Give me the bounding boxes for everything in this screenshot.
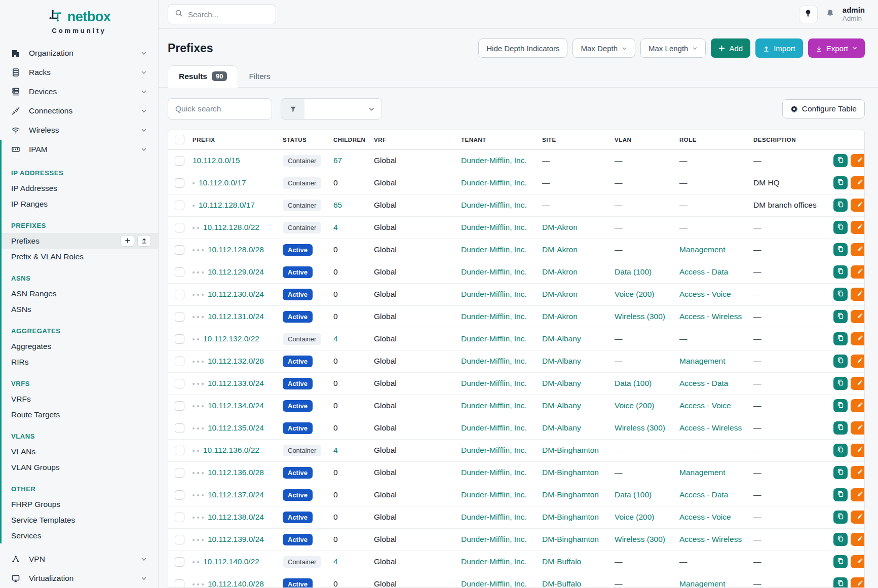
edit-button[interactable] <box>851 511 865 524</box>
sidebar-item-asns[interactable]: ASNs <box>0 301 158 317</box>
row-checkbox[interactable] <box>175 334 184 344</box>
prefix-link[interactable]: 10.112.129.0/24 <box>208 267 264 276</box>
hide-depth-indicators-button[interactable]: Hide Depth Indicators <box>478 38 567 58</box>
tenant-link[interactable]: Dunder-Mifflin, Inc. <box>461 267 527 276</box>
column-header-status[interactable]: STATUS <box>278 130 328 149</box>
sidebar-item-fhrp-groups[interactable]: FHRP Groups <box>0 496 158 512</box>
sidebar-item-wireless[interactable]: Wireless <box>0 121 158 140</box>
sidebar-item-vlans[interactable]: VLANs <box>0 444 158 459</box>
prefix-link[interactable]: 10.112.132.0/28 <box>208 357 264 365</box>
prefix-link[interactable]: 10.112.136.0/28 <box>208 468 264 477</box>
sidebar-item-service-templates[interactable]: Service Templates <box>0 512 158 528</box>
edit-button[interactable] <box>851 377 865 390</box>
copy-button[interactable] <box>833 466 848 479</box>
children-count-link[interactable]: 65 <box>333 201 342 209</box>
vlan-link[interactable]: Wireless (300) <box>615 535 665 543</box>
search-input[interactable] <box>188 10 259 19</box>
prefix-link[interactable]: 10.112.135.0/24 <box>208 423 264 432</box>
sidebar-item-services[interactable]: Services <box>0 528 158 543</box>
row-checkbox[interactable] <box>175 401 184 411</box>
column-header-description[interactable]: DESCRIPTION <box>748 130 828 149</box>
add-prefix-button[interactable] <box>121 235 134 247</box>
tenant-link[interactable]: Dunder-Mifflin, Inc. <box>461 156 527 165</box>
tenant-link[interactable]: Dunder-Mifflin, Inc. <box>461 513 527 521</box>
column-header-prefix[interactable]: PREFIX <box>187 130 278 149</box>
tenant-link[interactable]: Dunder-Mifflin, Inc. <box>461 557 527 566</box>
children-count-link[interactable]: 4 <box>333 223 338 231</box>
tenant-link[interactable]: Dunder-Mifflin, Inc. <box>461 178 527 187</box>
tenant-link[interactable]: Dunder-Mifflin, Inc. <box>461 446 527 454</box>
role-link[interactable]: Management <box>679 579 725 588</box>
configure-table-button[interactable]: Configure Table <box>782 99 865 119</box>
tenant-link[interactable]: Dunder-Mifflin, Inc. <box>461 490 527 499</box>
children-count-link[interactable]: 4 <box>333 334 338 343</box>
vlan-link[interactable]: Wireless (300) <box>615 312 665 321</box>
edit-button[interactable] <box>851 332 865 345</box>
brand-logo[interactable]: netbox Community <box>0 0 158 38</box>
vlan-link[interactable]: Wireless (300) <box>615 423 665 432</box>
row-checkbox[interactable] <box>175 201 184 210</box>
tenant-link[interactable]: Dunder-Mifflin, Inc. <box>461 223 527 231</box>
saved-filter-select[interactable] <box>281 98 382 120</box>
site-link[interactable]: DM-Akron <box>542 267 578 276</box>
sidebar-item-ip-addresses[interactable]: IP Addresses <box>0 180 158 196</box>
copy-button[interactable] <box>833 332 848 345</box>
notifications-button[interactable] <box>825 9 835 20</box>
row-checkbox[interactable] <box>175 290 184 299</box>
edit-button[interactable] <box>851 444 865 457</box>
site-link[interactable]: DM-Akron <box>542 312 578 321</box>
sidebar-item-virtualization[interactable]: Virtualization <box>0 569 158 588</box>
role-link[interactable]: Access - Data <box>679 267 728 276</box>
role-link[interactable]: Access - Data <box>679 379 728 387</box>
copy-button[interactable] <box>833 399 848 412</box>
row-checkbox[interactable] <box>175 579 184 588</box>
global-search[interactable] <box>168 4 276 24</box>
sidebar-item-racks[interactable]: Racks <box>0 63 158 82</box>
vlan-link[interactable]: Voice (200) <box>615 290 654 298</box>
role-link[interactable]: Access - Voice <box>679 401 731 410</box>
prefix-link[interactable]: 10.112.128.0/28 <box>208 245 264 254</box>
sidebar-item-aggregates[interactable]: Aggregates <box>0 338 158 354</box>
copy-button[interactable] <box>833 355 848 368</box>
tenant-link[interactable]: Dunder-Mifflin, Inc. <box>461 357 527 365</box>
role-link[interactable]: Access - Data <box>679 490 728 499</box>
vlan-link[interactable]: Data (100) <box>615 267 652 276</box>
edit-button[interactable] <box>851 154 865 167</box>
tenant-link[interactable]: Dunder-Mifflin, Inc. <box>461 201 527 209</box>
prefix-link[interactable]: 10.112.0.0/17 <box>199 178 246 187</box>
max-depth-select[interactable]: Max Depth <box>572 38 635 58</box>
tab-results[interactable]: Results 90 <box>168 65 238 88</box>
copy-button[interactable] <box>833 377 848 390</box>
tenant-link[interactable]: Dunder-Mifflin, Inc. <box>461 379 527 387</box>
edit-button[interactable] <box>851 399 865 412</box>
copy-button[interactable] <box>833 577 848 588</box>
sidebar-item-vpn[interactable]: VPN <box>0 550 158 569</box>
role-link[interactable]: Access - Wireless <box>679 535 742 543</box>
role-link[interactable]: Access - Wireless <box>679 312 742 321</box>
prefix-link[interactable]: 10.112.140.0/22 <box>203 557 259 566</box>
vlan-link[interactable]: Voice (200) <box>615 401 654 410</box>
import-prefix-button[interactable] <box>137 235 151 247</box>
role-link[interactable]: Access - Wireless <box>679 423 742 432</box>
column-header-tenant[interactable]: TENANT <box>456 130 537 149</box>
import-button[interactable]: Import <box>755 38 803 58</box>
prefix-link[interactable]: 10.112.130.0/24 <box>208 290 264 298</box>
max-length-select[interactable]: Max Length <box>640 38 706 58</box>
prefix-link[interactable]: 10.112.140.0/28 <box>208 579 264 588</box>
row-checkbox[interactable] <box>175 379 184 388</box>
role-link[interactable]: Management <box>679 468 725 477</box>
column-header-role[interactable]: ROLE <box>674 130 748 149</box>
sidebar-item-ip-ranges[interactable]: IP Ranges <box>0 196 158 212</box>
prefix-link[interactable]: 10.112.0.0/15 <box>193 156 240 165</box>
copy-button[interactable] <box>833 154 848 167</box>
edit-button[interactable] <box>851 488 865 501</box>
quick-search[interactable] <box>168 98 272 120</box>
edit-button[interactable] <box>851 243 865 256</box>
role-link[interactable]: Access - Voice <box>679 290 731 298</box>
children-count-link[interactable]: 67 <box>333 156 342 165</box>
vlan-link[interactable]: Voice (200) <box>615 513 654 521</box>
edit-button[interactable] <box>851 421 865 435</box>
site-link[interactable]: DM-Albany <box>542 401 581 410</box>
site-link[interactable]: DM-Binghamton <box>542 490 599 499</box>
prefix-link[interactable]: 10.112.133.0/24 <box>208 379 264 387</box>
